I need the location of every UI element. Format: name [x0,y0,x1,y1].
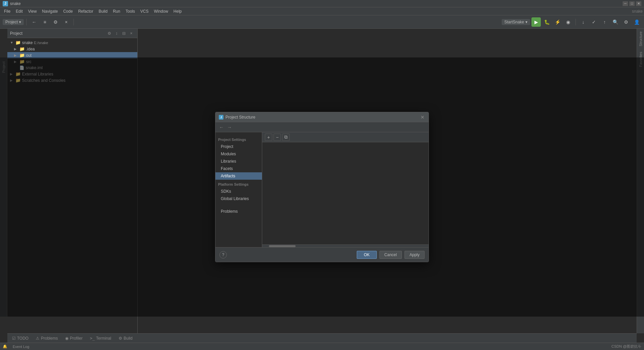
project-label: Project [5,20,18,24]
project-structure-dialog: J Project Structure ✕ ← → Project Settin… [215,112,429,262]
tree-root[interactable]: ▼ 📁 snake E:/snake [7,39,137,46]
build-icon: ⚙ [119,336,122,341]
vcs-commit-button[interactable]: ✓ [589,17,599,27]
user-button[interactable]: 👤 [632,17,641,27]
nav-item-libraries[interactable]: Libraries [215,158,262,165]
app-icon: J [3,1,8,6]
close-button[interactable]: ✕ [636,1,641,6]
maximize-button[interactable]: □ [629,1,635,6]
platform-settings-section-label: Platform Settings [215,181,262,188]
toolbar-back-btn[interactable]: ← [29,17,39,27]
toolbar-align-btn[interactable]: ≡ [40,17,49,27]
chevron-down-icon: ▾ [19,20,21,24]
tab-label: Problems [41,336,58,341]
nav-item-global-libs[interactable]: Global Libraries [215,195,262,202]
horizontal-scrollbar[interactable] [262,244,429,247]
scrollbar-thumb[interactable] [269,245,296,247]
dialog-main-area: + − ⧉ [262,132,429,247]
toolbar-close-panel-btn[interactable]: × [61,17,71,27]
dialog-title-icon: J [219,115,223,120]
debug-button[interactable]: 🐛 [542,17,551,27]
coverage-button[interactable]: ⚡ [553,17,562,27]
nav-item-artifacts[interactable]: Artifacts [215,172,262,180]
tree-item-label: out [26,53,32,58]
menu-refactor[interactable]: Refactor [75,7,96,15]
folder-icon: 📁 [19,46,25,51]
help-button[interactable]: ? [219,251,227,258]
folder-icon: 📁 [19,53,25,58]
tab-terminal[interactable]: >_ Terminal [87,335,115,342]
add-button[interactable]: + [265,134,272,141]
tree-expand-icon: ▶ [14,47,18,51]
tab-problems[interactable]: ⚠ Problems [32,335,61,342]
tab-todo[interactable]: ☑ TODO [9,335,32,342]
menu-build[interactable]: Build [96,7,110,15]
menu-tools[interactable]: Tools [123,7,138,15]
tab-label: Profiler [70,336,83,341]
cancel-button[interactable]: Cancel [379,251,402,259]
status-bar: 🔔 Event Log CSDN @图碧抗斗 [0,343,644,350]
problems-icon: ⚠ [36,336,39,341]
run-config-label: StartSnake [504,20,524,24]
menu-code[interactable]: Code [60,7,75,15]
structure-tab[interactable]: Structure [638,29,644,49]
dialog-scroll-area [262,142,429,244]
menu-vcs[interactable]: VCS [138,7,151,15]
search-everywhere-button[interactable]: 🔍 [611,17,620,27]
toolbar-separator-1 [26,19,27,25]
copy-button[interactable]: ⧉ [282,134,290,141]
right-status: CSDN @图碧抗斗 [612,344,641,349]
dialog-nav-row: ← → [215,122,429,132]
title-bar: J snake ─ □ ✕ [0,0,644,7]
tree-item-idea[interactable]: ▶ 📁 .idea [7,46,137,52]
menu-help[interactable]: Help [171,7,184,15]
panel-header: Project ⚙ ↕ ⊟ × [7,29,137,38]
run-button[interactable]: ▶ [531,17,541,27]
tree-expand-icon: ▶ [14,53,18,57]
project-dropdown[interactable]: Project ▾ [3,19,24,25]
profile-button[interactable]: ◉ [564,17,573,27]
settings-button[interactable]: ⚙ [621,17,631,27]
toolbar-separator-2 [73,19,74,25]
nav-item-project[interactable]: Project [215,143,262,150]
dialog-content: Project Settings Project Modules Librari… [215,132,429,247]
menu-view[interactable]: View [25,7,39,15]
todo-icon: ☑ [12,336,16,341]
nav-item-problems[interactable]: Problems [215,208,262,215]
profiler-icon: ◉ [65,336,68,341]
menu-navigate[interactable]: Navigate [39,7,60,15]
menu-run[interactable]: Run [110,7,123,15]
event-log-label[interactable]: Event Log [13,345,29,349]
run-configuration-dropdown[interactable]: StartSnake ▾ [502,19,530,25]
tab-profiler[interactable]: ◉ Profiler [62,335,86,342]
dialog-title-text: Project Structure [225,115,255,120]
dialog-forward-button[interactable]: → [226,124,233,131]
apply-button[interactable]: Apply [405,251,425,259]
dialog-close-button[interactable]: ✕ [420,115,425,120]
vcs-update-button[interactable]: ↓ [579,17,588,27]
nav-item-modules[interactable]: Modules [215,150,262,158]
ok-button[interactable]: OK [357,251,376,259]
terminal-icon: >_ [90,336,95,341]
toolbar-settings-btn[interactable]: ⚙ [51,17,60,27]
app-title: snake [10,1,21,6]
nav-item-sdks[interactable]: SDKs [215,188,262,195]
dialog-main-header: + − ⧉ [262,132,429,142]
dialog-left-nav: Project Settings Project Modules Librari… [215,132,262,247]
menu-bar: File Edit View Navigate Code Refactor Bu… [0,7,644,15]
tab-build[interactable]: ⚙ Build [115,335,136,342]
menu-file[interactable]: File [1,7,13,15]
remove-button[interactable]: − [274,134,281,141]
panel-gear-button[interactable]: ⚙ [106,30,113,37]
vcs-push-button[interactable]: ↑ [600,17,609,27]
menu-window[interactable]: Window [151,7,171,15]
nav-item-facets[interactable]: Facets [215,165,262,172]
dialog-back-button[interactable]: ← [218,124,225,131]
csdn-badge: Event Log [13,345,29,349]
menu-edit[interactable]: Edit [13,7,25,15]
panel-sort-button[interactable]: ↕ [113,30,120,37]
panel-close-button[interactable]: × [128,30,135,37]
app-name-label: snake [632,9,643,14]
minimize-button[interactable]: ─ [623,1,628,6]
panel-filter-button[interactable]: ⊟ [121,30,127,37]
